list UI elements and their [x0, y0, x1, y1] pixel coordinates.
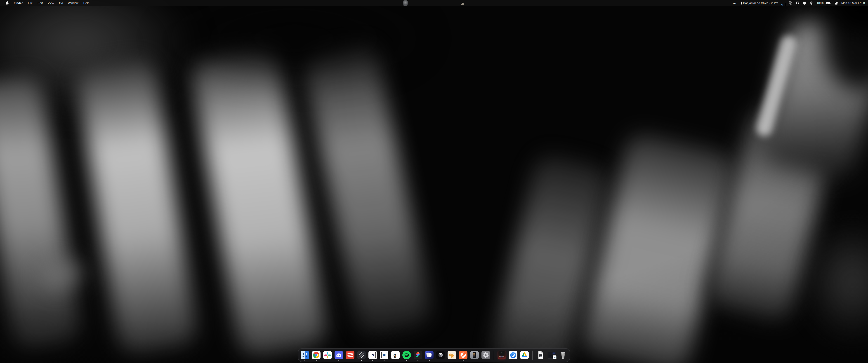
grammarly-menu-item[interactable]: g: [781, 0, 785, 6]
dock-spotify[interactable]: [402, 351, 411, 359]
running-indicator: [463, 360, 464, 361]
menu-edit[interactable]: Edit: [35, 0, 45, 6]
screen-studio-icon: [425, 351, 434, 359]
dock-postman[interactable]: [459, 351, 467, 359]
menu-extras-overflow[interactable]: •••: [733, 0, 737, 6]
control-center-menu-item[interactable]: [834, 0, 838, 6]
dock-finder[interactable]: [301, 351, 309, 359]
dock-separator: [494, 351, 494, 360]
running-indicator: [406, 360, 407, 361]
menu-time: 17:58: [857, 1, 865, 5]
dock-notion-calendar[interactable]: 10: [380, 351, 388, 359]
grammarly-icon: g: [391, 351, 400, 359]
postico-elephant-icon: [447, 351, 456, 359]
menu-date: Mon 10 Mar: [841, 1, 857, 5]
menu-bar-left: Finder File Edit View Go Window Help: [0, 0, 92, 6]
postman-icon: [459, 351, 467, 359]
trash-icon: [560, 351, 566, 359]
menu-bar-status-area: ••• Dar jantar do Chico · in 2m g: [733, 0, 868, 6]
running-indicator: [383, 360, 384, 361]
screenshot-thumbnail: 11: [548, 352, 556, 359]
dock-trash[interactable]: [559, 351, 567, 359]
discord-icon: [335, 351, 343, 359]
onepassword-icon: [509, 351, 518, 359]
apple-icon: [6, 1, 8, 5]
running-indicator: [372, 360, 373, 361]
running-indicator: [361, 360, 362, 361]
google-drive-icon: [520, 351, 529, 359]
running-indicator: [429, 360, 430, 361]
dock-grammarly[interactable]: g: [391, 351, 400, 359]
dock-todoist[interactable]: [346, 351, 354, 359]
dock-iphone-mirroring[interactable]: [470, 351, 479, 359]
menu-help[interactable]: Help: [81, 0, 92, 6]
text-caret-icon: [785, 3, 785, 6]
linear-icon: [357, 351, 366, 359]
running-indicator: [305, 360, 305, 361]
spotify-icon: [402, 351, 411, 359]
menubar-avatar[interactable]: [403, 0, 408, 6]
dock: N 10 g: [298, 348, 570, 362]
dock-1password[interactable]: [509, 351, 518, 359]
dock-system-settings[interactable]: [482, 351, 490, 359]
cube-3d-icon: [436, 351, 445, 359]
pick-shape-menu-item[interactable]: [796, 0, 799, 6]
menu-go[interactable]: Go: [57, 0, 65, 6]
menu-file[interactable]: File: [26, 0, 35, 6]
calendar-event-item[interactable]: Dar jantar do Chico · in 2m: [741, 0, 778, 6]
battery-percent: 100%: [817, 1, 824, 5]
notion-calendar-icon: 10: [380, 351, 388, 359]
raycast-spark-icon: [501, 352, 503, 354]
dock-google-chrome[interactable]: [312, 351, 320, 359]
wallpaper: [0, 0, 868, 363]
running-indicator: [338, 360, 339, 361]
apple-menu[interactable]: [3, 0, 11, 6]
raycast-icon: raycast: [498, 351, 506, 359]
activity-bars-icon[interactable]: [461, 2, 464, 5]
chrome-icon: [312, 351, 320, 359]
dock-slack[interactable]: [323, 351, 332, 359]
slack-icon: [323, 351, 332, 359]
sun-burst-icon: [788, 1, 792, 5]
display-icon: [802, 1, 807, 5]
pick-shape-icon: [796, 1, 799, 5]
dock-postico[interactable]: [447, 351, 456, 359]
menu-view[interactable]: View: [45, 0, 57, 6]
running-indicator: [417, 360, 418, 361]
running-indicator: [316, 360, 317, 361]
event-text: Dar jantar do Chico · in 2m: [743, 1, 778, 5]
dock-raycast[interactable]: raycast: [498, 351, 506, 359]
sun-burst-menu-item[interactable]: [788, 0, 792, 6]
battery-charging-icon: [826, 1, 831, 5]
dock-linear[interactable]: [357, 351, 366, 359]
document-file-icon: [537, 351, 544, 359]
finder-icon: [301, 351, 309, 359]
iphone-mirroring-icon: [470, 351, 479, 359]
menu-bar: Finder File Edit View Go Window Help •••…: [0, 0, 868, 6]
battery-menu-item[interactable]: 100%: [817, 0, 831, 6]
figma-icon: [414, 351, 422, 359]
dock-discord[interactable]: [335, 351, 343, 359]
calendar-badge: 11: [553, 356, 557, 359]
control-center-icon: [834, 1, 838, 5]
dock-screen-studio[interactable]: [425, 351, 434, 359]
dock-screenshot-file[interactable]: 11: [548, 351, 556, 359]
event-color-bar-icon: [741, 2, 742, 4]
screen-mirroring-menu-item[interactable]: [802, 0, 807, 6]
dock-google-drive[interactable]: [520, 351, 529, 359]
dock-notion[interactable]: N: [368, 351, 377, 359]
dock-figma[interactable]: [414, 351, 422, 359]
onepassword-keyhole-icon: [810, 1, 813, 5]
dock-3d-cube-app[interactable]: [436, 351, 445, 359]
system-settings-gear-icon: [482, 351, 490, 359]
grammarly-g-glyph: g: [781, 2, 783, 6]
todoist-icon: [346, 351, 354, 359]
dock-document-file[interactable]: [536, 351, 545, 359]
notion-icon: N: [368, 351, 377, 359]
onepassword-menu-item[interactable]: [810, 0, 813, 6]
clock-menu-item[interactable]: Mon 10 Mar 17:58: [841, 0, 865, 6]
active-app-menu[interactable]: Finder: [11, 0, 26, 6]
desktop: Finder File Edit View Go Window Help •••…: [0, 0, 868, 363]
menu-window[interactable]: Window: [65, 0, 81, 6]
